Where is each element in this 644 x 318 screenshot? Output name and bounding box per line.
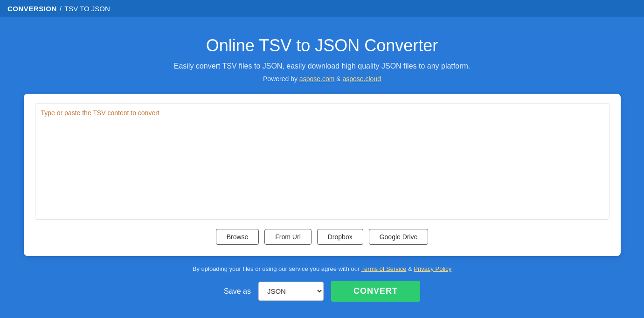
convert-button[interactable]: CONVERT [331,281,420,302]
top-bar: CONVERSION / TSV TO JSON [0,0,644,17]
main-content: Online TSV to JSON Converter Easily conv… [0,17,644,318]
powered-by: Powered by aspose.com & aspose.cloud [263,75,381,83]
format-select[interactable]: JSON CSV XLSX HTML XML [258,282,324,301]
upload-buttons-row: Browse From Url Dropbox Google Drive [35,229,609,245]
browse-button[interactable]: Browse [216,229,259,245]
terms-prefix: By uploading your files or using our ser… [193,265,361,272]
powered-by-prefix: Powered by [263,75,299,83]
tsv-input[interactable] [35,103,609,220]
save-as-label: Save as [224,287,251,296]
terms-row: By uploading your files or using our ser… [193,265,451,272]
google-drive-button[interactable]: Google Drive [369,229,429,245]
terms-link[interactable]: Terms of Service [361,265,407,272]
dropbox-button[interactable]: Dropbox [317,229,363,245]
page-title: Online TSV to JSON Converter [206,36,438,55]
powered-by-amp: & [334,75,342,83]
aspose-cloud-link[interactable]: aspose.cloud [342,75,381,83]
privacy-link[interactable]: Privacy Policy [414,265,451,272]
terms-amp: & [406,265,414,272]
convert-row: Save as JSON CSV XLSX HTML XML CONVERT [224,281,420,302]
page-subtitle: Easily convert TSV files to JSON, easily… [174,62,471,70]
from-url-button[interactable]: From Url [264,229,311,245]
breadcrumb-separator: / [60,5,62,13]
breadcrumb-conversion[interactable]: CONVERSION [7,5,57,13]
converter-card: Browse From Url Dropbox Google Drive [24,94,621,256]
breadcrumb-current: TSV TO JSON [64,5,110,13]
aspose-com-link[interactable]: aspose.com [299,75,334,83]
